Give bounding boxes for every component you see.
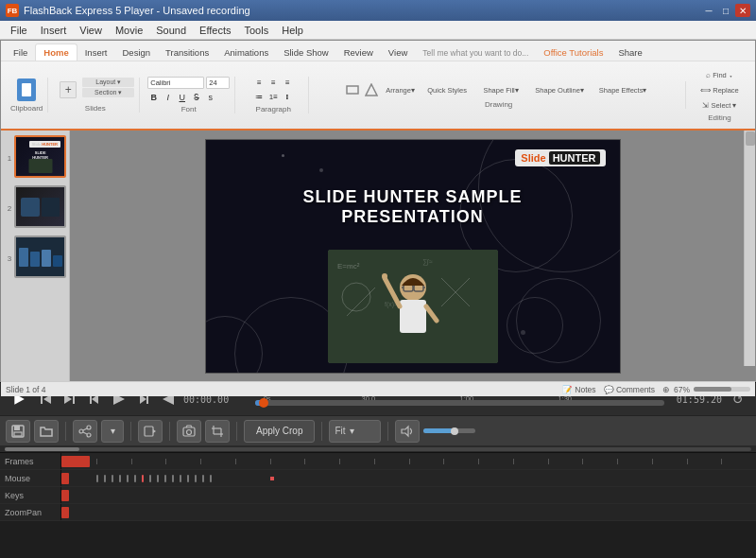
menu-tools[interactable]: Tools (238, 23, 276, 38)
volume-button[interactable] (395, 420, 420, 443)
new-slide-button[interactable]: + (56, 78, 80, 102)
volume-track[interactable] (423, 428, 475, 433)
minimize-button[interactable]: ─ (701, 4, 716, 17)
shape-btn-1[interactable] (344, 81, 361, 98)
tab-home[interactable]: Home (35, 44, 77, 61)
numbering-button[interactable]: 1≡ (267, 91, 280, 103)
paste-button[interactable] (14, 78, 39, 102)
underline-button[interactable]: U (176, 91, 188, 103)
tracks-scrollbar-track[interactable] (5, 447, 751, 451)
ppt-vertical-scrollbar[interactable] (744, 131, 755, 366)
slide-main-area: Slide HUNTER SLIDE HUNTER SAMPLE PRESENT… (70, 131, 755, 381)
ribbon-group-font: Calibri 24 B I U S̶ s Font (143, 77, 235, 113)
font-size-input[interactable]: 24 (206, 77, 230, 89)
slide-num-2: 2 (4, 204, 11, 213)
tab-slideshow[interactable]: Slide Show (276, 44, 336, 61)
tick-15 (582, 459, 583, 464)
menu-view[interactable]: View (73, 23, 109, 38)
svg-text:∑∫≈: ∑∫≈ (422, 258, 433, 266)
tab-file[interactable]: File (6, 44, 35, 61)
menu-file[interactable]: File (4, 23, 34, 38)
tick-1 (96, 459, 97, 464)
slide-thumb-1[interactable]: Slide HUNTER SLIDE HUNTERSAMPLE (14, 135, 66, 178)
select-button[interactable]: ⇲ Select ▾ (694, 98, 746, 112)
slide-thumb-2[interactable] (14, 185, 66, 228)
tab-share[interactable]: Share (610, 44, 649, 61)
align-right-button[interactable]: ≡ (282, 77, 294, 89)
menu-effects[interactable]: Effects (193, 23, 237, 38)
separator-4 (236, 422, 237, 441)
shape-outline-button[interactable]: Shape Outline▾ (529, 81, 591, 98)
screenshot-button[interactable] (177, 420, 201, 443)
find-button[interactable]: ⌕ Find ▾ (694, 68, 746, 81)
menu-movie[interactable]: Movie (109, 23, 149, 38)
bullet-list-button[interactable]: ≔ (253, 91, 266, 103)
open-folder-button[interactable] (34, 420, 59, 443)
ppt-content: 1 Slide HUNTER SLIDE HUNTERSAMPLE 2 (1, 131, 755, 381)
slide-thumb-3[interactable] (14, 235, 66, 278)
font-name-input[interactable]: Calibri (147, 77, 204, 89)
main-area: File Home Insert Design Transitions Anim… (0, 40, 756, 382)
maximize-button[interactable]: □ (718, 4, 733, 17)
slide-image-area: E=mc² ∑∫≈ f(x)=ax+b (328, 250, 498, 363)
shape-effects-button[interactable]: Shape Effects▾ (593, 81, 654, 98)
ribbon-group-paragraph: ≡ ≡ ≡ ≔ 1≡ ⫿ Paragraph (238, 77, 309, 113)
share-button[interactable] (73, 420, 97, 443)
track-label-zoompan: ZoomPan (0, 504, 61, 520)
fit-dropdown[interactable]: Fit ▾ (329, 420, 381, 443)
tab-view[interactable]: View (381, 44, 415, 61)
keys-indicator (61, 490, 69, 501)
bold-button[interactable]: B (147, 91, 160, 103)
replace-button[interactable]: ⟺ Replace (694, 83, 746, 96)
tick-4 (200, 459, 201, 464)
track-label-mouse: Mouse (0, 470, 61, 486)
tab-design[interactable]: Design (114, 44, 158, 61)
tracks-scrollbar-thumb[interactable] (5, 447, 79, 451)
tab-transitions[interactable]: Transitions (158, 44, 216, 61)
layout-button[interactable]: Layout ▾ (82, 78, 134, 87)
svg-line-38 (83, 432, 87, 434)
shape-btn-2[interactable] (363, 81, 380, 98)
align-left-button[interactable]: ≡ (253, 77, 266, 89)
timeline-area: 0s 30.0 1:00 1:30 (255, 392, 664, 406)
columns-button[interactable]: ⫿ (282, 91, 294, 103)
svg-text:E=mc²: E=mc² (337, 262, 360, 270)
export-button[interactable] (138, 420, 163, 443)
separator-3 (169, 422, 170, 441)
tab-insert[interactable]: Insert (77, 44, 115, 61)
tab-review[interactable]: Review (336, 44, 381, 61)
tab-search[interactable]: Tell me what you want to do... (415, 45, 536, 61)
volume-thumb[interactable] (451, 427, 458, 435)
tracks-horizontal-scrollbar[interactable] (0, 445, 756, 453)
shape-fill-button[interactable]: Shape Fill▾ (475, 81, 527, 98)
menu-insert[interactable]: Insert (34, 23, 74, 38)
text-shadow-button[interactable]: s (204, 91, 216, 103)
strikethrough-button[interactable]: S̶ (190, 91, 202, 103)
arrange-button[interactable]: Arrange▾ (382, 81, 420, 98)
zoompan-indicator (61, 507, 69, 518)
timeline-thumb[interactable] (259, 398, 268, 408)
tab-office-tutorials[interactable]: Office Tutorials (536, 44, 610, 61)
share-dropdown-button[interactable]: ▾ (101, 420, 124, 443)
section-button[interactable]: Section ▾ (82, 88, 134, 97)
menu-sound[interactable]: Sound (149, 23, 193, 38)
tick-9 (374, 459, 375, 464)
align-center-button[interactable]: ≡ (267, 77, 280, 89)
track-label-frames: Frames (0, 453, 61, 469)
zoom-slider[interactable] (694, 387, 750, 392)
save-button[interactable] (6, 420, 30, 443)
tick-2 (131, 459, 132, 464)
menu-help[interactable]: Help (275, 23, 310, 38)
tick-14 (548, 459, 549, 464)
separator-1 (65, 422, 66, 441)
apply-crop-button[interactable]: Apply Crop (244, 420, 315, 443)
figure-container: E=mc² ∑∫≈ f(x)=ax+b (328, 250, 498, 363)
timeline-track[interactable] (255, 400, 664, 406)
italic-button[interactable]: I (162, 91, 174, 103)
crop-button[interactable] (205, 420, 230, 443)
app-title: FlashBack Express 5 Player - Unsaved rec… (24, 5, 250, 16)
track-row-keys: Keys (0, 487, 756, 504)
tab-animations[interactable]: Animations (216, 44, 276, 61)
quick-styles-button[interactable]: Quick Styles (421, 81, 473, 98)
close-button[interactable]: ✕ (735, 4, 750, 17)
